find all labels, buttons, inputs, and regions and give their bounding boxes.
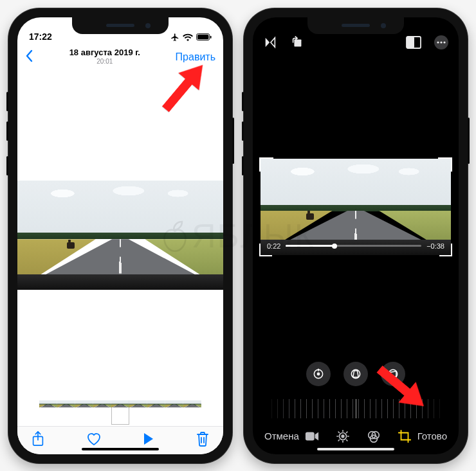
notch bbox=[72, 17, 169, 34]
more-button[interactable] bbox=[434, 35, 448, 52]
crop-canvas[interactable]: 0:22 −0:38 bbox=[253, 56, 459, 358]
video-icon bbox=[305, 431, 319, 441]
svg-line-30 bbox=[338, 440, 339, 440]
perspective-vertical-icon bbox=[349, 368, 362, 380]
rotate-icon bbox=[290, 35, 304, 49]
playback-bar[interactable]: 0:22 −0:38 bbox=[267, 242, 444, 250]
angle-ruler[interactable] bbox=[266, 399, 446, 418]
rotate-button[interactable] bbox=[290, 35, 304, 52]
adjust-icon bbox=[336, 429, 350, 443]
chevron-left-icon bbox=[25, 49, 34, 62]
done-button[interactable]: Готово bbox=[417, 431, 447, 441]
phone-right-video-editor: 0:22 −0:38 Отмена bbox=[244, 8, 468, 463]
flip-vertical-icon bbox=[263, 35, 277, 49]
mode-adjust-button[interactable] bbox=[336, 429, 350, 443]
play-button[interactable] bbox=[143, 432, 154, 448]
svg-point-16 bbox=[317, 373, 319, 375]
mode-video-button[interactable] bbox=[305, 431, 319, 441]
aspect-ratio-icon bbox=[406, 36, 421, 49]
svg-point-12 bbox=[440, 41, 442, 43]
svg-line-29 bbox=[346, 440, 347, 440]
svg-marker-6 bbox=[271, 37, 275, 47]
svg-point-32 bbox=[342, 435, 344, 438]
share-icon bbox=[32, 431, 44, 447]
rotation-dials bbox=[253, 362, 459, 390]
delete-button[interactable] bbox=[196, 431, 209, 449]
svg-marker-18 bbox=[353, 371, 358, 377]
svg-marker-5 bbox=[266, 37, 270, 47]
svg-rect-21 bbox=[306, 432, 315, 440]
ellipsis-icon bbox=[434, 35, 448, 49]
perspective-horizontal-icon bbox=[387, 368, 399, 380]
svg-rect-1 bbox=[197, 34, 209, 39]
share-button[interactable] bbox=[32, 431, 44, 449]
perspective-horizontal-dial[interactable] bbox=[381, 362, 405, 386]
status-time: 17:22 bbox=[29, 31, 52, 42]
play-icon bbox=[143, 432, 154, 445]
svg-rect-2 bbox=[210, 35, 212, 38]
filters-icon bbox=[367, 429, 381, 443]
mode-filters-button[interactable] bbox=[367, 429, 381, 443]
svg-marker-4 bbox=[144, 433, 153, 445]
home-indicator[interactable] bbox=[82, 448, 159, 450]
svg-line-31 bbox=[346, 432, 347, 432]
photo-date: 18 августа 2019 г. bbox=[69, 48, 140, 58]
svg-point-13 bbox=[443, 41, 445, 43]
video-frame bbox=[17, 181, 223, 290]
home-indicator[interactable] bbox=[317, 448, 394, 450]
phone-left-photos-viewer: 17:22 18 августа 2019 г. 20:01 Править bbox=[8, 8, 232, 463]
svg-line-28 bbox=[338, 432, 339, 432]
thumbnail-strip[interactable] bbox=[17, 399, 223, 426]
notch bbox=[307, 17, 404, 34]
status-icons bbox=[170, 33, 212, 42]
crop-icon bbox=[398, 429, 412, 443]
straighten-dial[interactable] bbox=[306, 362, 331, 386]
back-button[interactable] bbox=[25, 49, 34, 65]
svg-point-11 bbox=[437, 41, 439, 43]
media-viewer[interactable] bbox=[17, 71, 223, 399]
remaining-time: −0:38 bbox=[426, 242, 444, 250]
scrubber-track[interactable] bbox=[286, 245, 421, 247]
svg-marker-20 bbox=[390, 371, 396, 376]
favorite-button[interactable] bbox=[86, 432, 102, 449]
wifi-icon bbox=[183, 33, 193, 41]
heart-icon bbox=[86, 432, 102, 446]
cancel-button[interactable]: Отмена bbox=[264, 431, 299, 441]
nav-bar: 18 августа 2019 г. 20:01 Править bbox=[17, 43, 223, 71]
perspective-vertical-dial[interactable] bbox=[343, 362, 368, 386]
crop-frame[interactable]: 0:22 −0:38 bbox=[261, 159, 451, 255]
flip-button[interactable] bbox=[263, 35, 277, 52]
svg-rect-9 bbox=[407, 37, 414, 48]
photo-time: 20:01 bbox=[69, 58, 140, 66]
mode-crop-button[interactable] bbox=[398, 429, 412, 443]
airplane-mode-icon bbox=[170, 33, 179, 42]
svg-marker-22 bbox=[315, 432, 318, 440]
edit-button[interactable]: Править bbox=[176, 51, 215, 63]
nav-title: 18 августа 2019 г. 20:01 bbox=[69, 48, 140, 65]
trash-icon bbox=[196, 431, 209, 447]
straighten-icon bbox=[312, 368, 325, 380]
elapsed-time: 0:22 bbox=[267, 242, 280, 250]
battery-icon bbox=[196, 33, 212, 41]
aspect-ratio-button[interactable] bbox=[406, 36, 421, 51]
